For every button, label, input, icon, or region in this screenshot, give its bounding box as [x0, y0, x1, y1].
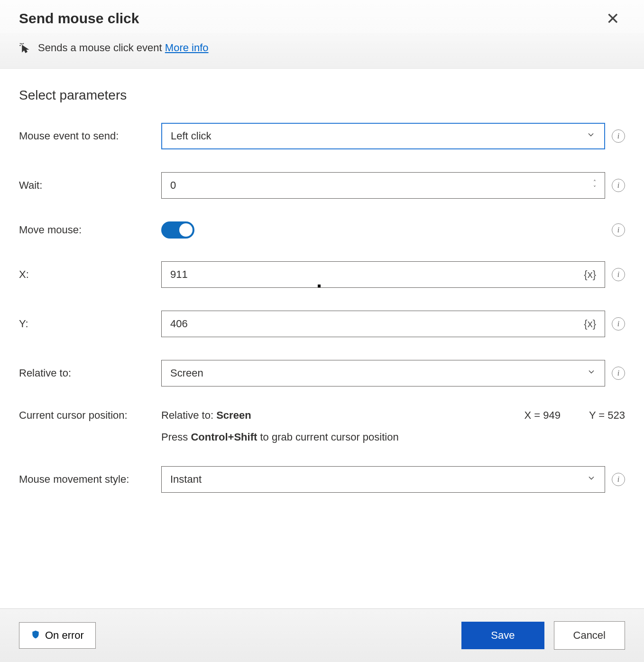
label-movement-style: Mouse movement style:	[19, 473, 161, 486]
row-wait: Wait: 0 ˄ ˅ i	[19, 172, 625, 199]
stray-dot	[318, 285, 321, 287]
label-cursor-position: Current cursor position:	[19, 409, 161, 422]
chevron-down-icon	[587, 473, 596, 486]
shield-icon	[31, 630, 40, 642]
toggle-knob	[179, 223, 193, 237]
description-bar: Sends a mouse click event More info	[0, 33, 644, 69]
dialog-title: Send mouse click	[19, 10, 139, 27]
cursor-y: Y = 523	[589, 409, 625, 422]
row-relative-to: Relative to: Screen i	[19, 360, 625, 386]
chevron-down-icon	[587, 367, 596, 379]
wait-input[interactable]: 0 ˄ ˅	[161, 172, 605, 199]
wait-value: 0	[170, 179, 176, 192]
dialog-footer: On error Save Cancel	[0, 608, 644, 662]
info-icon[interactable]: i	[612, 317, 625, 331]
on-error-button[interactable]: On error	[19, 622, 96, 649]
mouse-event-value: Left click	[171, 130, 212, 142]
save-button[interactable]: Save	[461, 622, 544, 649]
y-input[interactable]: 406 {x}	[161, 311, 605, 337]
info-icon[interactable]: i	[612, 129, 625, 143]
x-value: 911	[170, 268, 188, 281]
info-icon[interactable]: i	[612, 179, 625, 192]
label-y: Y:	[19, 318, 161, 330]
info-icon[interactable]: i	[612, 367, 625, 380]
movement-style-value: Instant	[170, 473, 202, 486]
x-input[interactable]: 911 {x}	[161, 261, 605, 288]
dialog-description: Sends a mouse click event	[38, 42, 162, 54]
svg-line-2	[20, 43, 21, 44]
relative-to-value: Screen	[170, 367, 203, 379]
cursor-x: X = 949	[524, 409, 560, 422]
info-icon[interactable]: i	[612, 223, 625, 237]
row-x: X: 911 {x} i	[19, 261, 625, 288]
row-cursor-position: Current cursor position: Relative to: Sc…	[19, 409, 625, 422]
dialog-header: Send mouse click ✕	[0, 0, 644, 33]
label-wait: Wait:	[19, 179, 161, 192]
section-title: Select parameters	[19, 88, 625, 103]
row-mouse-event: Mouse event to send: Left click i	[19, 123, 625, 149]
label-relative-to: Relative to:	[19, 367, 161, 379]
label-x: X:	[19, 268, 161, 281]
close-icon: ✕	[606, 9, 619, 28]
variable-picker-icon[interactable]: {x}	[584, 268, 596, 281]
more-info-link[interactable]: More info	[165, 42, 209, 54]
variable-picker-icon[interactable]: {x}	[584, 318, 596, 330]
row-move-mouse: Move mouse: i	[19, 221, 625, 239]
relative-to-select[interactable]: Screen	[161, 360, 605, 386]
row-movement-style: Mouse movement style: Instant i	[19, 466, 625, 493]
stepper-icon[interactable]: ˄ ˅	[593, 180, 596, 191]
movement-style-select[interactable]: Instant	[161, 466, 605, 493]
dialog-body: Select parameters Mouse event to send: L…	[0, 69, 644, 608]
y-value: 406	[170, 318, 188, 330]
close-button[interactable]: ✕	[600, 9, 625, 28]
move-mouse-toggle[interactable]	[161, 221, 194, 239]
chevron-down-icon	[586, 130, 596, 142]
send-mouse-click-dialog: Send mouse click ✕ Sends a mouse click e…	[0, 0, 644, 662]
row-y: Y: 406 {x} i	[19, 311, 625, 337]
info-icon[interactable]: i	[612, 268, 625, 281]
cursor-relative: Relative to: Screen	[161, 409, 251, 422]
cancel-button[interactable]: Cancel	[554, 621, 625, 650]
mouse-event-select[interactable]: Left click	[161, 123, 605, 149]
cursor-hint: Press Control+Shift to grab current curs…	[161, 431, 625, 443]
label-move-mouse: Move mouse:	[19, 224, 161, 236]
svg-line-3	[23, 43, 24, 44]
on-error-label: On error	[45, 629, 84, 642]
label-mouse-event: Mouse event to send:	[19, 130, 161, 142]
chevron-down-icon: ˅	[593, 185, 596, 191]
cursor-click-icon	[19, 42, 30, 54]
info-icon[interactable]: i	[612, 473, 625, 486]
